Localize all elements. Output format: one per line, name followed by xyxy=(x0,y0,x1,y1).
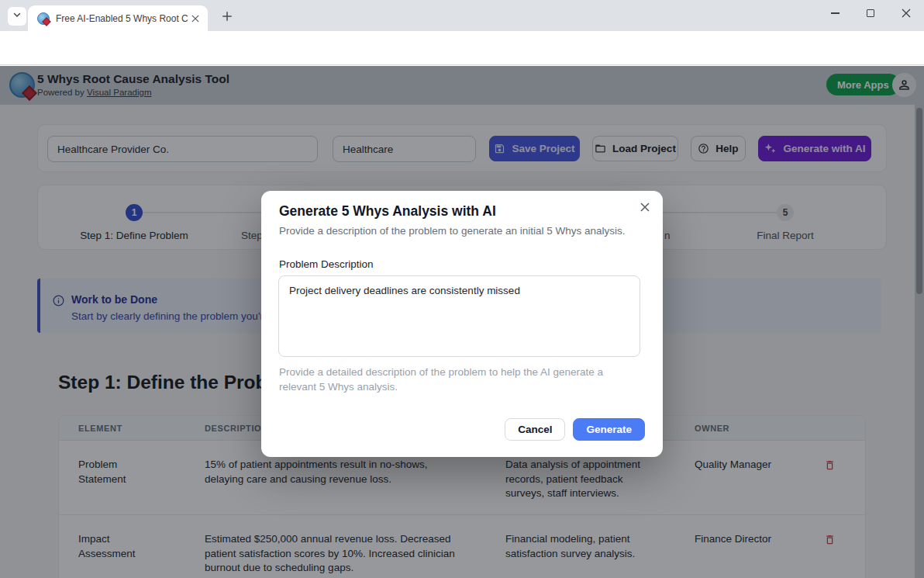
close-window-button[interactable] xyxy=(888,0,924,26)
close-icon xyxy=(640,202,650,213)
browser-toolbar: ai-toolbox.visual-paradigm.com/app/5-why… xyxy=(0,31,924,65)
tab-search-button[interactable] xyxy=(8,7,26,26)
generate-ai-dialog: Generate 5 Whys Analysis with AI Provide… xyxy=(261,191,663,457)
cancel-button[interactable]: Cancel xyxy=(505,418,565,441)
problem-description-label: Problem Description xyxy=(279,258,374,270)
maximize-icon xyxy=(867,9,874,17)
dialog-footer: Cancel Generate xyxy=(505,418,645,441)
site-favicon-icon xyxy=(37,12,50,25)
dialog-helper-text: Provide a detailed description of the pr… xyxy=(279,365,624,394)
generate-button[interactable]: Generate xyxy=(573,418,645,441)
tab-title: Free AI-Enabled 5 Whys Root C xyxy=(56,13,189,24)
chevron-down-icon xyxy=(12,9,22,23)
dialog-close-button[interactable] xyxy=(637,199,653,215)
dialog-title: Generate 5 Whys Analysis with AI xyxy=(279,203,496,220)
tab-close-icon[interactable] xyxy=(189,12,202,25)
window-controls xyxy=(817,0,924,26)
dialog-subtitle: Provide a description of the problem to … xyxy=(279,225,626,237)
minimize-button[interactable] xyxy=(817,0,853,26)
tab-strip: Free AI-Enabled 5 Whys Root C xyxy=(0,0,924,31)
browser-tab[interactable]: Free AI-Enabled 5 Whys Root C xyxy=(28,5,208,31)
maximize-button[interactable] xyxy=(853,0,888,26)
close-icon xyxy=(902,9,911,18)
problem-description-textarea[interactable]: Project delivery deadlines are consisten… xyxy=(278,275,640,357)
minimize-icon xyxy=(831,12,840,14)
browser-window: Free AI-Enabled 5 Whys Root C xyxy=(0,0,924,578)
new-tab-button[interactable] xyxy=(219,8,236,25)
